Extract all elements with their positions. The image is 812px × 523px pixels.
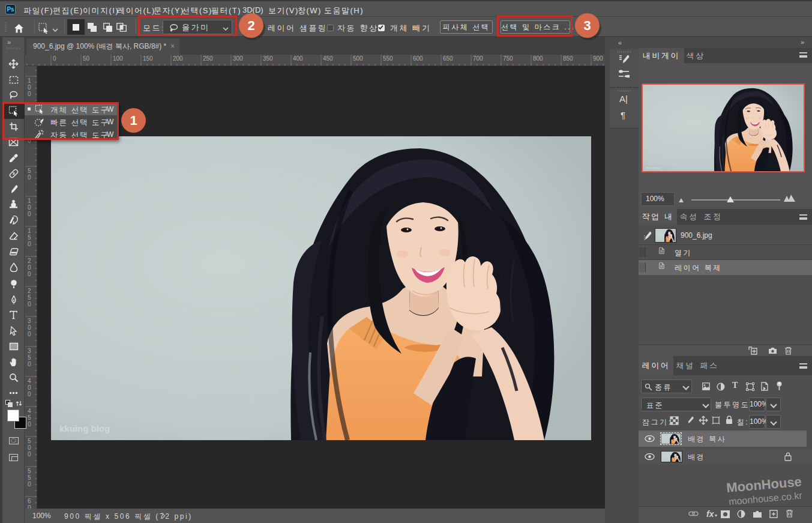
svg-text:0: 0 — [28, 271, 31, 277]
svg-text:5: 5 — [28, 474, 31, 481]
svg-text:0: 0 — [28, 174, 31, 181]
svg-text:1: 1 — [28, 228, 31, 234]
svg-text:0: 0 — [28, 91, 31, 97]
svg-text:900: 900 — [593, 55, 603, 62]
svg-text:150: 150 — [143, 55, 153, 62]
svg-text:5: 5 — [28, 168, 31, 174]
svg-text:0: 0 — [28, 264, 31, 271]
svg-text:350: 350 — [263, 55, 273, 62]
svg-text:500: 500 — [353, 55, 363, 62]
svg-text:0: 0 — [28, 421, 31, 428]
svg-text:0: 0 — [28, 451, 31, 458]
svg-text:0: 0 — [28, 361, 31, 367]
svg-text:4: 4 — [28, 378, 31, 384]
svg-text:0: 0 — [53, 55, 56, 62]
svg-text:0: 0 — [28, 481, 31, 488]
svg-text:2: 2 — [28, 258, 31, 264]
svg-text:0: 0 — [28, 391, 31, 398]
svg-text:5: 5 — [28, 294, 31, 301]
svg-text:750: 750 — [503, 55, 513, 62]
svg-text:0: 0 — [28, 504, 31, 509]
svg-text:50: 50 — [83, 55, 90, 62]
svg-text:100: 100 — [113, 55, 123, 62]
svg-text:0: 0 — [28, 211, 31, 217]
svg-text:600: 600 — [413, 55, 423, 62]
svg-text:5: 5 — [28, 354, 31, 361]
svg-text:5: 5 — [28, 468, 31, 474]
svg-text:850: 850 — [563, 55, 573, 62]
svg-text:250: 250 — [203, 55, 213, 62]
svg-text:3: 3 — [28, 318, 31, 324]
svg-text:4: 4 — [28, 408, 31, 414]
svg-text:300: 300 — [233, 55, 243, 62]
svg-text:0: 0 — [28, 204, 31, 211]
svg-text:0: 0 — [28, 84, 31, 91]
svg-text:0: 0 — [28, 331, 31, 337]
svg-text:1: 1 — [28, 77, 31, 84]
svg-text:0: 0 — [28, 324, 31, 331]
svg-text:0: 0 — [28, 66, 31, 67]
svg-text:0: 0 — [28, 444, 31, 451]
svg-text:0: 0 — [28, 301, 31, 307]
svg-text:5: 5 — [28, 234, 31, 241]
svg-text:800: 800 — [533, 55, 543, 62]
svg-text:5: 5 — [28, 414, 31, 421]
svg-text:400: 400 — [293, 55, 303, 62]
svg-text:5: 5 — [28, 438, 31, 444]
svg-text:2: 2 — [28, 288, 31, 294]
svg-text:550: 550 — [383, 55, 393, 62]
svg-text:1: 1 — [28, 198, 31, 204]
svg-text:0: 0 — [28, 241, 31, 247]
svg-text:650: 650 — [443, 55, 453, 62]
svg-text:450: 450 — [323, 55, 333, 62]
svg-text:200: 200 — [173, 55, 183, 62]
svg-text:6: 6 — [28, 498, 31, 504]
svg-text:700: 700 — [473, 55, 483, 62]
svg-text:3: 3 — [28, 348, 31, 354]
svg-text:0: 0 — [28, 384, 31, 391]
